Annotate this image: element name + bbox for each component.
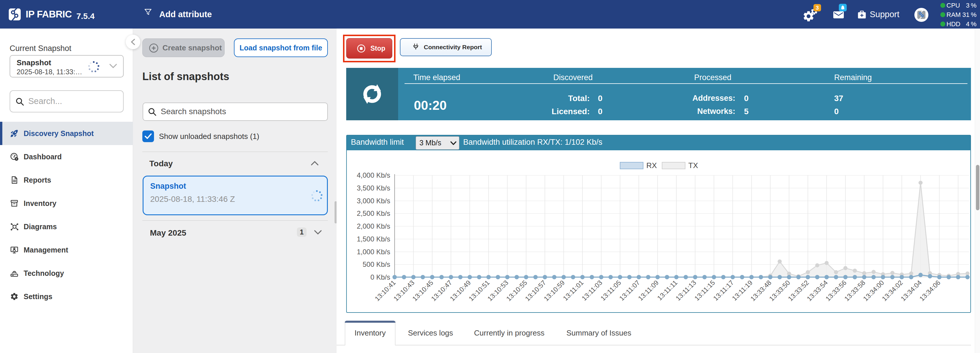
- svg-text:13:11:03: 13:11:03: [580, 279, 603, 302]
- svg-text:13:11:01: 13:11:01: [562, 279, 585, 302]
- svg-text:3,500 Kb/s: 3,500 Kb/s: [357, 184, 390, 192]
- svg-text:13:11:07: 13:11:07: [618, 279, 641, 302]
- svg-text:1,000 Kb/s: 1,000 Kb/s: [357, 248, 390, 256]
- svg-text:500 Kb/s: 500 Kb/s: [363, 260, 390, 268]
- svg-text:13:10:59: 13:10:59: [542, 279, 566, 302]
- svg-text:13:11:13: 13:11:13: [674, 279, 697, 302]
- svg-text:1,500 Kb/s: 1,500 Kb/s: [357, 235, 390, 243]
- svg-text:13:34:06: 13:34:06: [918, 279, 942, 302]
- svg-text:13:11:05: 13:11:05: [599, 279, 622, 302]
- svg-text:2,000 Kb/s: 2,000 Kb/s: [357, 222, 390, 230]
- svg-text:13:11:15: 13:11:15: [693, 279, 716, 302]
- svg-text:0 Kb/s: 0 Kb/s: [371, 273, 390, 281]
- svg-text:4,000 Kb/s: 4,000 Kb/s: [357, 171, 390, 179]
- svg-text:2,500 Kb/s: 2,500 Kb/s: [357, 209, 390, 217]
- svg-text:13:11:17: 13:11:17: [712, 279, 735, 302]
- svg-text:13:11:09: 13:11:09: [637, 279, 660, 302]
- svg-text:3,000 Kb/s: 3,000 Kb/s: [357, 197, 390, 205]
